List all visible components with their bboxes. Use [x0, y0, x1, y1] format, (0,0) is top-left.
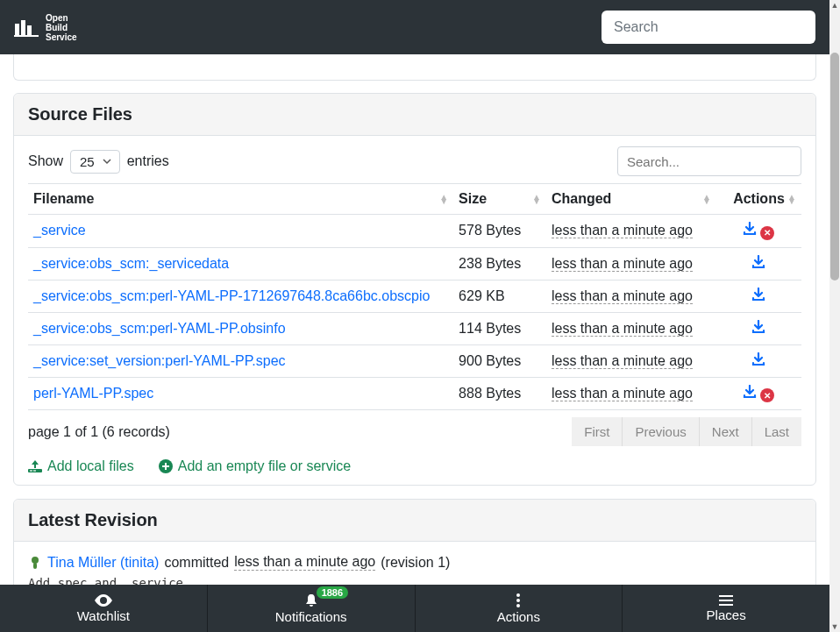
show-label: Show [28, 153, 63, 169]
file-size: 238 Bytes [453, 247, 546, 280]
sort-icon: ▲▼ [702, 195, 711, 203]
table-row: _service578 Bytesless than a minute ago✕ [28, 215, 801, 248]
sort-icon: ▲▼ [787, 195, 796, 203]
committed-label: committed [164, 555, 229, 571]
pager-last[interactable]: Last [751, 417, 801, 446]
file-changed: less than a minute ago [552, 223, 693, 238]
menu-icon [719, 595, 733, 606]
file-size: 629 KB [453, 280, 546, 312]
table-row: _service:obs_scm:_servicedata238 Bytesle… [28, 247, 801, 280]
user-avatar-icon [28, 556, 42, 570]
previous-card-tail [13, 54, 816, 81]
svg-rect-5 [33, 470, 36, 472]
scrollbar-thumb[interactable] [830, 53, 839, 280]
file-changed: less than a minute ago [552, 288, 693, 304]
delete-icon[interactable]: ✕ [760, 226, 774, 240]
col-changed[interactable]: Changed▲▼ [546, 184, 716, 215]
delete-icon[interactable]: ✕ [760, 388, 774, 402]
upload-icon [28, 460, 42, 472]
brand-logo[interactable]: Open Build Service [14, 13, 77, 42]
source-files-table: Filename▲▼ Size▲▼ Changed▲▼ Actions▲▼ _s… [28, 183, 801, 410]
pager-previous[interactable]: Previous [622, 417, 698, 446]
nav-watchlist[interactable]: Watchlist [0, 585, 208, 632]
add-empty-file-label: Add an empty file or service [178, 458, 351, 474]
pager-next[interactable]: Next [699, 417, 751, 446]
file-link[interactable]: _service:obs_scm:perl-YAML-PP-1712697648… [33, 288, 430, 303]
table-row: perl-YAML-PP.spec888 Bytesless than a mi… [28, 377, 801, 410]
notifications-badge: 1886 [317, 586, 348, 599]
download-icon[interactable] [751, 352, 765, 366]
file-link[interactable]: _service [33, 223, 86, 238]
topbar: Open Build Service [0, 0, 829, 54]
nav-places[interactable]: Places [623, 585, 829, 632]
sort-icon: ▲▼ [532, 195, 541, 203]
download-icon[interactable] [751, 288, 765, 302]
table-filter-input[interactable] [617, 146, 801, 176]
download-icon[interactable] [743, 385, 757, 399]
bell-icon [304, 593, 318, 607]
source-files-title: Source Files [28, 104, 801, 124]
file-size: 114 Bytes [453, 312, 546, 344]
table-row: _service:obs_scm:perl-YAML-PP-1712697648… [28, 280, 801, 312]
svg-rect-8 [162, 465, 169, 467]
svg-rect-14 [719, 595, 733, 597]
source-files-header: Source Files [14, 94, 815, 136]
page-size-control: Show 25 entries [28, 150, 169, 174]
global-search-input[interactable] [602, 11, 815, 44]
revision-time: less than a minute ago [234, 554, 375, 571]
col-actions[interactable]: Actions▲▼ [716, 184, 801, 215]
svg-rect-0 [15, 24, 19, 36]
nav-actions-label: Actions [497, 609, 540, 624]
latest-revision-card: Latest Revision Tina Müller (tinita) com… [13, 499, 816, 585]
file-link[interactable]: _service:set_version:perl-YAML-PP.spec [33, 353, 286, 368]
nav-notifications[interactable]: 1886 Notifications [208, 585, 416, 632]
file-link[interactable]: perl-YAML-PP.spec [33, 386, 153, 401]
svg-rect-16 [719, 604, 733, 606]
add-local-files-label: Add local files [47, 458, 134, 474]
svg-point-12 [516, 599, 520, 602]
table-row: _service:set_version:perl-YAML-PP.spec90… [28, 344, 801, 377]
file-changed: less than a minute ago [552, 386, 693, 401]
download-icon[interactable] [751, 320, 765, 334]
pagination-info: page 1 of 1 (6 records) [28, 424, 170, 440]
plus-circle-icon [159, 459, 173, 473]
nav-actions[interactable]: Actions [416, 585, 623, 632]
commit-message: Add spec and _service [28, 576, 801, 585]
revision-number: (revision 1) [381, 555, 450, 571]
file-size: 900 Bytes [453, 344, 546, 377]
brand-text: Open Build Service [46, 13, 77, 42]
source-files-card: Source Files Show 25 entries [13, 93, 816, 486]
col-filename[interactable]: Filename▲▼ [28, 184, 453, 215]
revision-line: Tina Müller (tinita) committed less than… [28, 554, 801, 571]
svg-rect-15 [719, 600, 733, 601]
page-size-select[interactable]: 25 [70, 150, 120, 174]
file-changed: less than a minute ago [552, 321, 693, 337]
entries-label: entries [127, 153, 169, 169]
col-size[interactable]: Size▲▼ [453, 184, 546, 215]
file-size: 888 Bytes [453, 377, 546, 410]
page-size-value: 25 [80, 154, 95, 169]
table-row: _service:obs_scm:perl-YAML-PP.obsinfo114… [28, 312, 801, 344]
scroll-up-arrow[interactable]: ▲ [829, 0, 840, 11]
file-link[interactable]: _service:obs_scm:_servicedata [33, 256, 229, 271]
file-link[interactable]: _service:obs_scm:perl-YAML-PP.obsinfo [33, 321, 286, 336]
file-changed: less than a minute ago [552, 353, 693, 369]
scroll-down-arrow[interactable]: ▼ [829, 621, 840, 632]
pager: First Previous Next Last [572, 417, 801, 446]
add-empty-file-link[interactable]: Add an empty file or service [159, 458, 351, 474]
obs-logo-icon [14, 17, 39, 38]
svg-point-13 [516, 604, 520, 607]
svg-rect-10 [33, 563, 37, 569]
add-local-files-link[interactable]: Add local files [28, 458, 134, 474]
eye-icon [95, 594, 112, 607]
sort-icon: ▲▼ [439, 195, 448, 203]
nav-watchlist-label: Watchlist [77, 608, 130, 623]
vertical-scrollbar[interactable]: ▲ ▼ [829, 0, 840, 632]
dots-vertical-icon [516, 593, 521, 607]
nav-notifications-label: Notifications [275, 609, 347, 624]
download-icon[interactable] [743, 222, 757, 236]
download-icon[interactable] [751, 255, 765, 269]
revision-user-link[interactable]: Tina Müller (tinita) [47, 555, 159, 571]
pager-first[interactable]: First [572, 417, 622, 446]
svg-rect-4 [30, 470, 32, 472]
